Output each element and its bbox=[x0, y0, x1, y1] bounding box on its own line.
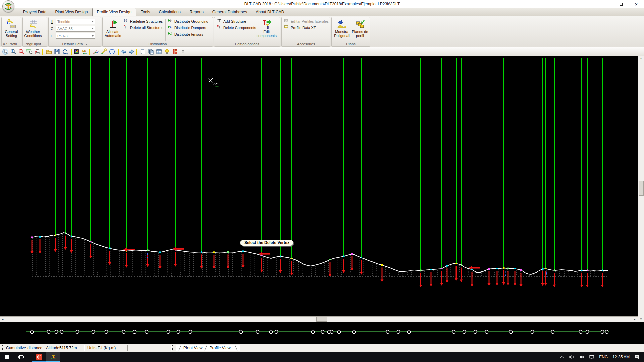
vscroll-thumb[interactable] bbox=[639, 181, 644, 196]
plan-structure-node[interactable] bbox=[122, 330, 125, 334]
plan-structure-node[interactable] bbox=[330, 330, 333, 334]
ribbon-button-allocate-automatic[interactable]: Allocate Automatic bbox=[104, 18, 122, 41]
toolbar-report-stack-button[interactable] bbox=[147, 48, 155, 55]
ribbon-button-distribute-tensors[interactable]: Distribute tensors bbox=[166, 31, 210, 37]
vertex-marker[interactable] bbox=[602, 270, 603, 272]
hscroll-thumb[interactable] bbox=[316, 317, 327, 322]
vertex-marker[interactable] bbox=[109, 248, 111, 249]
plan-structure-node[interactable] bbox=[189, 330, 192, 334]
view-tab-plant-view[interactable]: Plant View bbox=[180, 346, 206, 350]
plan-structure-node[interactable] bbox=[92, 330, 95, 334]
plan-structure-node[interactable] bbox=[463, 330, 466, 334]
restore-button[interactable] bbox=[613, 0, 629, 8]
vertex-marker[interactable] bbox=[201, 251, 202, 253]
ribbon-button-delete-components[interactable]: Delete Components bbox=[215, 25, 257, 31]
toolbar-save-file-button[interactable] bbox=[53, 48, 61, 55]
vertex-marker[interactable] bbox=[461, 264, 462, 266]
default-data-h-select[interactable]: Tendido bbox=[56, 19, 95, 24]
vertex-marker[interactable] bbox=[441, 268, 443, 270]
plan-structure-node[interactable] bbox=[55, 330, 58, 334]
ribbon-button-delete-all-structures[interactable]: Delete all Structures bbox=[122, 25, 165, 31]
plan-structure-node[interactable] bbox=[408, 330, 411, 334]
plan-structure-node[interactable] bbox=[397, 330, 400, 334]
profile-drawing[interactable] bbox=[0, 56, 644, 316]
vertical-scrollbar[interactable]: ▲ ▼ bbox=[638, 56, 644, 322]
vertex-marker[interactable] bbox=[159, 252, 161, 253]
vertex-marker[interactable] bbox=[291, 258, 293, 259]
structure-lines[interactable] bbox=[32, 58, 602, 270]
vertex-marker[interactable] bbox=[343, 256, 345, 257]
plan-structure-node[interactable] bbox=[338, 330, 341, 334]
vertex-marker[interactable] bbox=[381, 264, 383, 266]
plan-structure-node[interactable] bbox=[551, 330, 554, 334]
plan-structure-node[interactable] bbox=[239, 330, 243, 334]
plan-structure-node[interactable] bbox=[353, 330, 356, 334]
tab-tools[interactable]: Tools bbox=[136, 8, 154, 16]
plan-view-strip[interactable] bbox=[0, 322, 644, 344]
app-logo-button[interactable] bbox=[2, 0, 14, 12]
vertex-marker[interactable] bbox=[503, 267, 505, 269]
tab-general-databases[interactable]: General Databases bbox=[208, 8, 251, 16]
tab-proyect-data[interactable]: Proyect Data bbox=[19, 8, 51, 16]
toolbar-zoom-extents-button[interactable] bbox=[25, 48, 33, 55]
tray-volume-button[interactable] bbox=[577, 352, 586, 362]
toolbar-select-tool-button[interactable] bbox=[1, 48, 9, 55]
toolbar-zoom-previous-button[interactable] bbox=[34, 48, 41, 55]
dialog-launcher-icon[interactable] bbox=[85, 42, 88, 45]
vertex-marker[interactable] bbox=[455, 263, 457, 264]
toolbar-display-settings-button[interactable] bbox=[72, 48, 80, 55]
vertex-marker[interactable] bbox=[430, 269, 432, 270]
vertex-marker[interactable] bbox=[71, 236, 72, 237]
toolbar-tips-bulb-button[interactable] bbox=[163, 48, 171, 55]
toolbar-zoom-window-button[interactable] bbox=[17, 48, 25, 55]
vertex-marker[interactable] bbox=[520, 269, 522, 271]
plan-structure-node[interactable] bbox=[167, 330, 170, 334]
toolbar-language-es-en-button[interactable]: ESEN bbox=[80, 48, 88, 55]
scroll-right-icon[interactable]: ► bbox=[632, 317, 637, 322]
dlt-cad-app-button[interactable] bbox=[46, 352, 60, 362]
tray-network-button[interactable] bbox=[587, 352, 596, 362]
plan-structure-node[interactable] bbox=[275, 330, 278, 334]
toolbar-report-pages-button[interactable] bbox=[139, 48, 147, 55]
plan-structure-node[interactable] bbox=[605, 330, 608, 334]
vertex-marker[interactable] bbox=[242, 251, 244, 252]
tray-expand-button[interactable] bbox=[558, 352, 566, 362]
ribbon-button-planos-de-perfil[interactable]: Planos de perfil bbox=[351, 18, 369, 41]
plan-structure-node[interactable] bbox=[270, 330, 273, 334]
toolbar-help-book-button[interactable]: ? bbox=[171, 48, 179, 55]
tab-profile-view-design[interactable]: Profile View Design bbox=[92, 8, 137, 16]
toolbar-settings-wrench-button[interactable] bbox=[100, 48, 108, 55]
plan-structure-node[interactable] bbox=[579, 330, 582, 334]
toolbar-draw-tools-button[interactable] bbox=[92, 48, 100, 55]
action-center-button[interactable] bbox=[633, 352, 641, 362]
plan-structure-node[interactable] bbox=[60, 330, 63, 334]
tab-about-dlt-cad[interactable]: About DLT-CAD bbox=[251, 8, 288, 16]
ribbon-button-edit-components[interactable]: EEdit components bbox=[257, 18, 276, 41]
ribbon-button-general-setting[interactable]: CGeneral Setting bbox=[3, 18, 20, 41]
vertex-marker[interactable] bbox=[55, 235, 56, 236]
vertex-marker[interactable] bbox=[39, 236, 41, 238]
plan-structure-node[interactable] bbox=[145, 330, 148, 334]
vertex-marker[interactable] bbox=[351, 253, 353, 255]
plan-structure-node[interactable] bbox=[177, 330, 180, 334]
vertex-marker[interactable] bbox=[514, 268, 516, 270]
vertex-marker[interactable] bbox=[65, 232, 66, 234]
vertex-marker[interactable] bbox=[361, 257, 362, 259]
toolbar-table-view-button[interactable] bbox=[155, 48, 163, 55]
tray-camera-button[interactable] bbox=[567, 352, 576, 362]
toolbar-open-file-button[interactable] bbox=[45, 48, 53, 55]
ribbon-button-add-structure[interactable]: Add Structure bbox=[215, 18, 257, 24]
terrain-profile-line[interactable] bbox=[32, 233, 608, 274]
task-view-button[interactable] bbox=[14, 352, 28, 362]
ribbon-button-porfile-data-xz[interactable]: Porfile Data XZ bbox=[283, 25, 330, 31]
plan-structure-node[interactable] bbox=[105, 330, 108, 334]
plan-structure-node[interactable] bbox=[474, 330, 477, 334]
plan-structure-node[interactable] bbox=[531, 330, 534, 334]
plan-structure-node[interactable] bbox=[312, 330, 315, 334]
plan-structure-node[interactable] bbox=[601, 330, 604, 334]
toolbar-zoom-in-button[interactable] bbox=[9, 48, 17, 55]
plan-structure-node[interactable] bbox=[31, 330, 34, 334]
default-data-c-select[interactable]: AAAC-35 bbox=[56, 26, 95, 32]
start-button[interactable] bbox=[0, 352, 14, 362]
vertex-marker[interactable] bbox=[542, 268, 544, 270]
